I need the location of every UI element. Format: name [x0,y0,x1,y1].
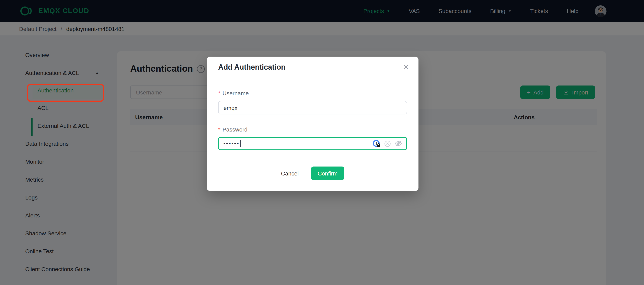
text-cursor [240,140,240,147]
password-input[interactable]: •••••• [218,137,407,150]
password-field-icons [372,140,402,148]
modal-title: Add Authentication [218,63,286,72]
toggle-password-visibility-icon[interactable] [394,140,402,148]
username-input[interactable] [218,101,407,114]
clear-input-icon[interactable] [384,140,391,147]
modal-header: Add Authentication ✕ [207,56,418,78]
add-authentication-modal: Add Authentication ✕ * Username * Passwo… [207,56,418,191]
confirm-button[interactable]: Confirm [311,166,344,180]
close-icon[interactable]: ✕ [403,64,409,70]
password-masked-value: •••••• [224,140,240,146]
app-root: EMQX CLOUD Projects ▼ VAS Subaccounts Bi… [0,0,644,285]
username-label: * Username [218,89,407,97]
required-marker: * [218,90,220,96]
modal-body: * Username * Password •••••• [207,89,418,180]
password-label: * Password [218,126,407,134]
onepassword-extension-icon[interactable] [372,140,380,148]
required-marker: * [218,126,220,133]
cancel-button[interactable]: Cancel [281,170,298,176]
modal-footer: Cancel Confirm [218,166,407,180]
